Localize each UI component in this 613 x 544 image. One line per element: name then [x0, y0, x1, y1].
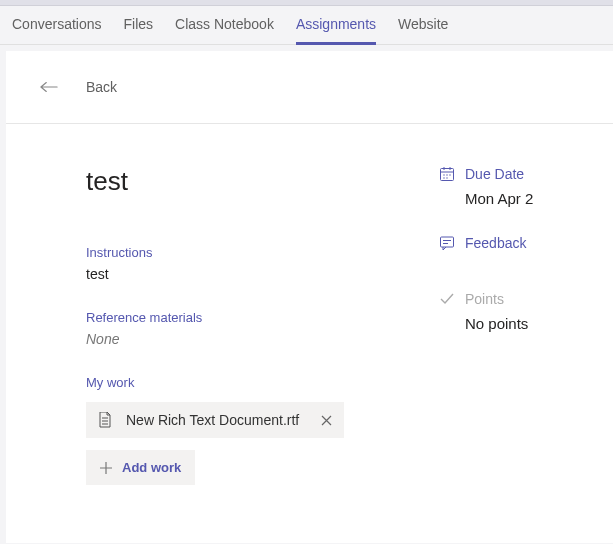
svg-point-9 — [449, 174, 450, 175]
my-work-label: My work — [86, 375, 439, 390]
assignment-main: test Instructions test Reference materia… — [6, 124, 613, 485]
add-work-label: Add work — [122, 460, 181, 475]
feedback-label: Feedback — [465, 235, 526, 251]
feedback-row[interactable]: Feedback — [439, 235, 579, 251]
instructions-value: test — [86, 266, 439, 282]
due-date-value: Mon Apr 2 — [465, 190, 579, 207]
points-value: No points — [465, 315, 579, 332]
back-button[interactable]: Back — [6, 51, 613, 123]
points-row: Points — [439, 291, 579, 307]
assignment-left-column: test Instructions test Reference materia… — [86, 166, 439, 485]
remove-attachment-icon[interactable] — [321, 415, 332, 426]
assignment-title: test — [86, 166, 439, 197]
points-label: Points — [465, 291, 504, 307]
due-date-row: Due Date — [439, 166, 579, 182]
svg-point-8 — [446, 174, 447, 175]
due-date-label: Due Date — [465, 166, 524, 182]
arrow-left-icon — [40, 80, 58, 94]
reference-materials-label: Reference materials — [86, 310, 439, 325]
tab-assignments[interactable]: Assignments — [296, 16, 376, 45]
plus-icon — [100, 462, 112, 474]
feedback-icon — [439, 235, 455, 251]
svg-point-7 — [443, 174, 444, 175]
add-work-button[interactable]: Add work — [86, 450, 195, 485]
assignment-right-column: Due Date Mon Apr 2 Feedback Points No po… — [439, 166, 579, 485]
svg-rect-12 — [441, 237, 454, 247]
reference-materials-value: None — [86, 331, 439, 347]
tab-website[interactable]: Website — [398, 16, 448, 45]
checkmark-icon — [439, 291, 455, 307]
tab-files[interactable]: Files — [124, 16, 154, 45]
svg-point-11 — [446, 177, 447, 178]
svg-point-10 — [443, 177, 444, 178]
channel-tabs: Conversations Files Class Notebook Assig… — [0, 6, 613, 45]
back-label: Back — [86, 79, 117, 95]
attachment-name: New Rich Text Document.rtf — [126, 412, 307, 428]
instructions-label: Instructions — [86, 245, 439, 260]
tab-class-notebook[interactable]: Class Notebook — [175, 16, 274, 45]
calendar-icon — [439, 166, 455, 182]
assignment-page: Back test Instructions test Reference ma… — [6, 51, 613, 543]
document-icon — [98, 412, 112, 428]
attachment-chip[interactable]: New Rich Text Document.rtf — [86, 402, 344, 438]
tab-conversations[interactable]: Conversations — [12, 16, 102, 45]
